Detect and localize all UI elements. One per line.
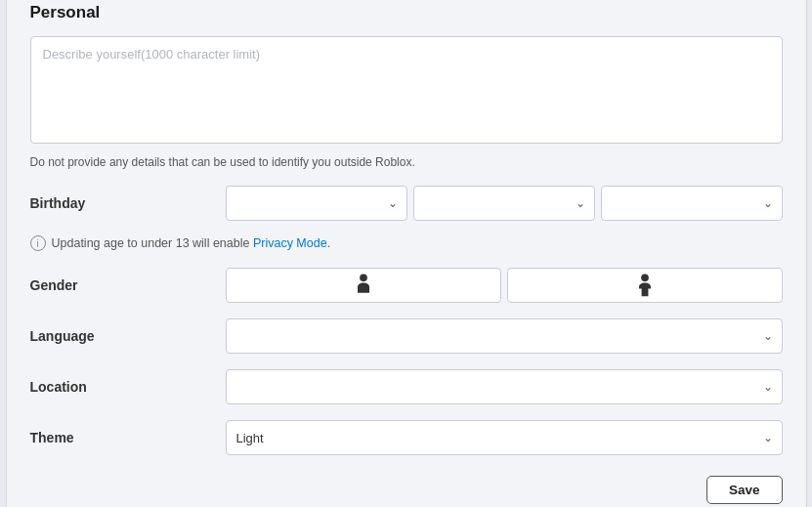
gender-male-button[interactable] [226, 268, 501, 303]
birthday-year-wrapper: ⌄ [601, 186, 783, 221]
privacy-note: Do not provide any details that can be u… [30, 155, 783, 169]
birthday-controls: JanuaryFebruaryMarch AprilMayJune JulyAu… [226, 186, 783, 221]
svg-point-0 [360, 274, 367, 281]
gender-controls [226, 268, 783, 303]
theme-controls: Light Dark ⌄ [226, 420, 783, 455]
language-label: Language [30, 328, 226, 344]
gender-label: Gender [30, 277, 226, 293]
location-label: Location [30, 379, 226, 395]
language-select-wrapper: ⌄ [226, 318, 783, 354]
theme-label: Theme [30, 430, 226, 445]
female-figure-icon [634, 274, 656, 297]
age-notice-text: Updating age to under 13 will enable Pri… [52, 236, 331, 250]
save-row: Save [30, 476, 783, 504]
age-notice-row: i Updating age to under 13 will enable P… [30, 235, 783, 251]
birthday-month-wrapper: JanuaryFebruaryMarch AprilMayJune JulyAu… [226, 186, 407, 221]
language-controls: ⌄ [226, 318, 783, 354]
male-figure-icon [355, 274, 372, 297]
birthday-day-wrapper: ⌄ [413, 186, 595, 221]
theme-select-wrapper: Light Dark ⌄ [226, 420, 783, 455]
privacy-mode-link[interactable]: Privacy Mode [253, 236, 327, 250]
theme-select[interactable]: Light Dark [226, 420, 783, 455]
birthday-month-select[interactable]: JanuaryFebruaryMarch AprilMayJune JulyAu… [226, 186, 407, 221]
gender-female-button[interactable] [507, 268, 783, 303]
birthday-row: Birthday JanuaryFebruaryMarch AprilMayJu… [30, 185, 783, 222]
location-controls: ⌄ [226, 369, 783, 404]
gender-row: Gender [30, 267, 783, 304]
personal-settings-panel: Personal Do not provide any details that… [6, 0, 807, 507]
info-icon: i [30, 235, 46, 251]
language-row: Language ⌄ [30, 317, 783, 355]
location-row: Location ⌄ [30, 368, 783, 405]
birthday-year-select[interactable] [601, 186, 783, 221]
birthday-label: Birthday [30, 195, 226, 211]
svg-point-1 [641, 274, 649, 281]
location-select-wrapper: ⌄ [226, 369, 783, 404]
birthday-day-select[interactable] [413, 186, 595, 221]
bio-textarea[interactable] [30, 36, 783, 144]
section-title: Personal [30, 3, 783, 22]
language-select[interactable] [226, 318, 783, 354]
save-button[interactable]: Save [706, 476, 783, 504]
theme-row: Theme Light Dark ⌄ [30, 419, 783, 456]
location-select[interactable] [226, 369, 783, 404]
